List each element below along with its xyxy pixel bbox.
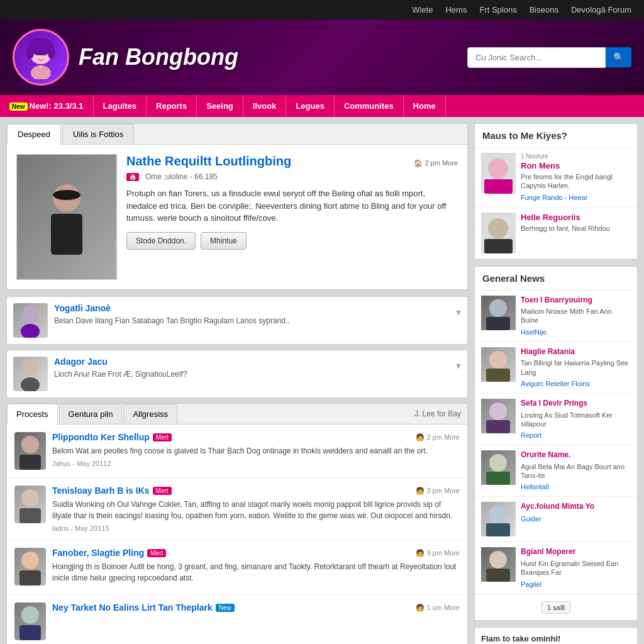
svg-point-11: [22, 306, 38, 323]
maus-info-0: 1 Nooture Ron Mens Pre feoms for the Eng…: [521, 153, 631, 202]
topnav-wiete[interactable]: Wiete: [412, 5, 433, 14]
post-content-3: Ney Tarket No Ealins Lirt Tan Theplark N…: [52, 602, 460, 640]
svg-rect-38: [486, 569, 510, 582]
tab-gentura[interactable]: Gentura piln: [59, 404, 123, 424]
chevron-down-icon-0[interactable]: ▾: [456, 306, 461, 318]
svg-rect-26: [484, 239, 513, 253]
post-name-1[interactable]: Tenisloay Barh B is IKs: [52, 486, 150, 496]
news-avatar-5: [481, 547, 516, 582]
footer-title: Flam to take ominhl!: [481, 634, 631, 643]
maus-link-0[interactable]: Funge Rando - Heear: [521, 194, 587, 201]
profile-desc: Protuph on fian Torers, us a finsducle e…: [126, 187, 458, 225]
user-name-0[interactable]: Yogatli Janoè: [54, 303, 450, 313]
news-avatar-2: [481, 399, 516, 433]
post-header-1: Tenisloay Barh B is IKs Mert 🧑 3 pm More: [52, 486, 460, 496]
maus-avatar-0: [481, 153, 516, 194]
news-section: General News Toen I Bnarryouirng Mailioi…: [474, 266, 638, 621]
news-headline-4[interactable]: Ayc.foiund Mimta Yo: [521, 502, 631, 512]
search-bar: 🔍: [467, 47, 631, 68]
maus-name-1[interactable]: Helle Reguoriis: [521, 213, 631, 222]
topnav-hems[interactable]: Hems: [445, 5, 467, 14]
mainnav-communites[interactable]: Communites: [335, 95, 404, 117]
search-input[interactable]: [467, 47, 606, 68]
news-headline-2[interactable]: Sefa I Devlr Prings: [521, 399, 631, 409]
svg-rect-32: [486, 420, 510, 433]
news-link-2[interactable]: Report: [521, 431, 541, 439]
news-item-1: Hiaglie Ratania Tan Bllingl far Haiseria…: [475, 342, 637, 394]
news-headline-0[interactable]: Toen I Bnarryouirng: [521, 296, 631, 306]
news-link-1[interactable]: Avigurc Reteller Floins: [521, 380, 590, 387]
post-badge-0: Mert: [153, 433, 172, 441]
news-title: General News: [475, 267, 637, 291]
user-item-content-1: Adagor Jacu Lioch Anur Rae Frot Æ, Signa…: [54, 357, 450, 380]
topnav-biseons[interactable]: Biseons: [530, 5, 558, 14]
svg-rect-22: [19, 625, 41, 640]
news-headline-3[interactable]: Orurite Name.: [521, 450, 631, 460]
tab-uilis[interactable]: Uilis is Fottios: [62, 124, 134, 144]
post-name-3[interactable]: Ney Tarket No Ealins Lirt Tan Theplark: [52, 602, 213, 613]
profile-avatar: [17, 155, 116, 279]
profile-time: 🏠 2 pm More: [414, 159, 458, 167]
post-item-2: Fanober, Slagtie Pling Mert 🧑 9 pm More …: [7, 540, 467, 595]
svg-point-37: [489, 551, 507, 569]
post-text-2: Hoingjing th is Boinoer Autlt be hong, 3…: [52, 561, 460, 584]
news-headline-1[interactable]: Hiaglie Ratania: [521, 347, 631, 357]
pagination-button[interactable]: 1 salll: [541, 601, 570, 614]
mainnav-legues[interactable]: Legues: [286, 95, 335, 117]
news-desc-2: Losiing As Siud Totmasoft Ker sillapour: [521, 411, 631, 429]
news-link-3[interactable]: Hellsntall: [521, 483, 549, 491]
user-item-1: Adagor Jacu Lioch Anur Rae Frot Æ, Signa…: [6, 350, 468, 398]
mainnav-ilvook[interactable]: Ilvook: [243, 95, 287, 117]
post-header-3: Ney Tarket No Ealins Lirt Tan Theplark N…: [52, 602, 460, 613]
news-desc-1: Tan Bllingl far Haiseria Payling See Lan…: [521, 358, 631, 377]
post-item-1: Tenisloay Barh B is IKs Mert 🧑 3 pm More…: [7, 478, 467, 540]
news-content-1: Hiaglie Ratania Tan Bllingl far Haiseria…: [521, 347, 631, 388]
post-name-2[interactable]: Fanober, Slagtie Pling: [52, 548, 144, 558]
tab-despeed[interactable]: Despeed: [7, 124, 61, 145]
svg-point-3: [26, 47, 34, 59]
user-text-0: Belan Dave lilang Fian Satabago Tan Brig…: [54, 316, 450, 326]
profile-meta: 🏠 Ome ;uloline - 66.185: [126, 172, 458, 181]
svg-point-15: [21, 436, 39, 453]
profile-tabs: Despeed Uilis is Fottios: [7, 124, 467, 145]
maus-label-0: 1 Nooture: [521, 153, 631, 160]
svg-rect-18: [19, 508, 41, 523]
tab-allgresiss[interactable]: Allgresiss: [123, 404, 177, 424]
news-link-5[interactable]: Pagilel: [521, 580, 541, 588]
news-link-0[interactable]: HselNije.: [521, 328, 548, 336]
topnav-frt[interactable]: Frt Splons: [479, 5, 516, 14]
svg-point-14: [21, 377, 40, 391]
svg-rect-16: [19, 455, 41, 470]
mainnav-new[interactable]: NewNew!: 23.3/3.1: [0, 95, 94, 117]
maus-desc-0: Pre feoms for the Engid bangl. Capynis H…: [521, 172, 631, 191]
news-content-4: Ayc.foiund Mimta Yo Guider: [521, 502, 631, 523]
tab-procests[interactable]: Procests: [7, 404, 58, 425]
maus-user-1: Helle Reguoriis Berhngg to fant, Neal Ri…: [475, 208, 637, 259]
user-item-0: Yogatli Janoè Belan Dave lilang Fian Sat…: [6, 296, 468, 345]
svg-point-10: [53, 190, 80, 200]
svg-point-12: [21, 324, 40, 338]
svg-point-31: [489, 402, 507, 420]
user-avatar-1: [13, 357, 48, 391]
svg-point-25: [488, 218, 508, 238]
profile-btn1[interactable]: Stode Dnddon.: [126, 232, 196, 250]
post-header-2: Fanober, Slagtie Pling Mert 🧑 9 pm More: [52, 548, 460, 558]
post-name-0[interactable]: Plippondto Ker Shellup: [52, 432, 150, 442]
news-headline-5[interactable]: Bgianl Moperer: [521, 547, 631, 557]
main-column: Despeed Uilis is Fottios Nathe Requ: [6, 123, 468, 644]
news-link-4[interactable]: Guider: [521, 515, 541, 523]
topnav-devolog[interactable]: Devologā Forum: [571, 5, 631, 14]
profile-actions: Stode Dnddon. Mhintue: [126, 232, 458, 250]
maus-name-0[interactable]: Ron Mens: [521, 161, 631, 170]
chevron-down-icon-1[interactable]: ▾: [456, 360, 461, 372]
post-meta-1: ladns - May 20115: [52, 525, 460, 532]
user-item-content-0: Yogatli Janoè Belan Dave lilang Fian Sat…: [54, 303, 450, 326]
mainnav-seeing[interactable]: Seeing: [197, 95, 243, 117]
search-button[interactable]: 🔍: [606, 47, 631, 67]
mainnav-laguites[interactable]: Laguites: [94, 95, 147, 117]
mainnav-home[interactable]: Home: [404, 95, 446, 117]
user-name-1[interactable]: Adagor Jacu: [54, 357, 450, 367]
profile-btn2[interactable]: Mhintue: [201, 232, 247, 250]
post-header-0: Plippondto Ker Shellup Mert 🧑 2 pm More: [52, 432, 460, 442]
mainnav-reports[interactable]: Reports: [147, 95, 197, 117]
